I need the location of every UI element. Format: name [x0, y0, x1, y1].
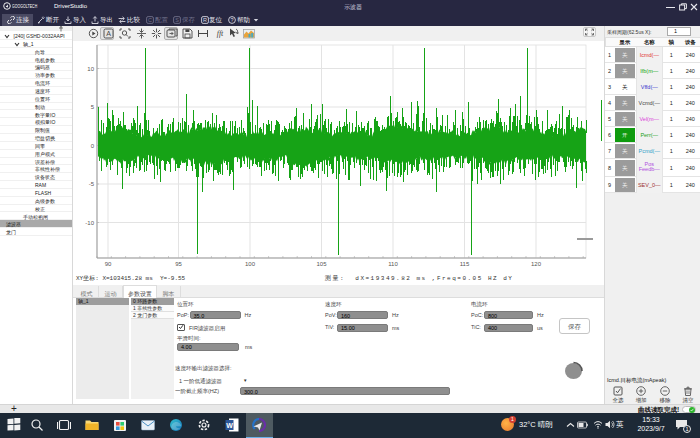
svg-text:90: 90: [105, 261, 112, 267]
svg-text:0: 0: [91, 143, 95, 149]
svg-text:?: ?: [230, 17, 233, 23]
svg-text:fft: fft: [217, 29, 224, 38]
svg-text:5: 5: [91, 104, 95, 110]
svg-text:115: 115: [460, 261, 470, 267]
svg-text:-5: -5: [89, 181, 95, 187]
svg-text:W: W: [226, 422, 233, 429]
svg-text:R: R: [203, 17, 207, 23]
svg-text:10: 10: [87, 66, 94, 72]
svg-text:100: 100: [245, 261, 256, 267]
svg-text:120: 120: [531, 261, 542, 267]
svg-text:105: 105: [316, 261, 327, 267]
svg-text:A: A: [106, 30, 111, 37]
svg-text:-10: -10: [85, 220, 94, 226]
svg-text:110: 110: [388, 261, 398, 267]
svg-text:95: 95: [175, 261, 182, 267]
svg-text:S: S: [175, 17, 179, 23]
svg-text:C: C: [148, 17, 152, 23]
